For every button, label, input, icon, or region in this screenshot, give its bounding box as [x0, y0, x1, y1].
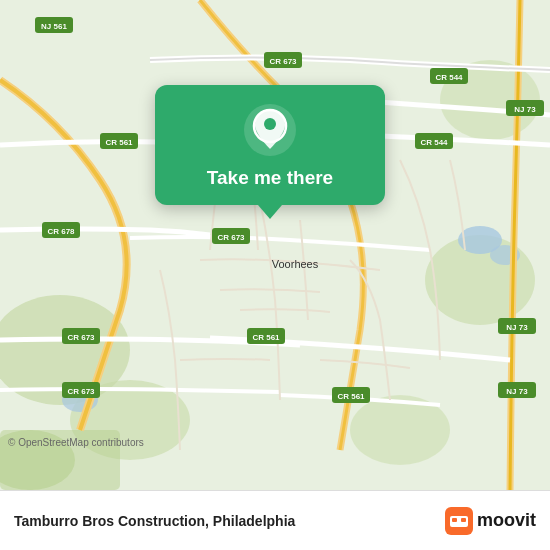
- svg-text:CR 561: CR 561: [252, 333, 280, 342]
- svg-text:CR 673: CR 673: [269, 57, 297, 66]
- place-name: Tamburro Bros Construction, Philadelphia: [14, 513, 445, 529]
- svg-rect-46: [461, 518, 466, 522]
- svg-text:CR 673: CR 673: [67, 333, 95, 342]
- svg-text:NJ 561: NJ 561: [41, 22, 67, 31]
- moovit-logo: moovit: [445, 507, 536, 535]
- svg-text:CR 561: CR 561: [105, 138, 133, 147]
- svg-text:NJ 73: NJ 73: [514, 105, 536, 114]
- svg-text:CR 678: CR 678: [47, 227, 75, 236]
- svg-text:NJ 73: NJ 73: [506, 387, 528, 396]
- map-container: NJ 561 CR 673 CR 544 NJ 73 CR 561 CR 544…: [0, 0, 550, 490]
- bottom-bar: Tamburro Bros Construction, Philadelphia…: [0, 490, 550, 550]
- moovit-icon: [445, 507, 473, 535]
- svg-text:CR 544: CR 544: [420, 138, 448, 147]
- svg-point-48: [462, 527, 466, 531]
- svg-text:CR 673: CR 673: [217, 233, 245, 242]
- moovit-text: moovit: [477, 510, 536, 531]
- take-me-there-button[interactable]: Take me there: [207, 167, 333, 189]
- svg-rect-45: [452, 518, 457, 522]
- map-attribution: © OpenStreetMap contributors: [8, 437, 144, 448]
- svg-text:CR 544: CR 544: [435, 73, 463, 82]
- svg-text:NJ 73: NJ 73: [506, 323, 528, 332]
- svg-point-47: [452, 527, 456, 531]
- svg-text:CR 673: CR 673: [67, 387, 95, 396]
- location-pin-icon: [243, 103, 297, 157]
- svg-text:Voorhees: Voorhees: [272, 258, 319, 270]
- svg-text:CR 561: CR 561: [337, 392, 365, 401]
- take-me-there-popup[interactable]: Take me there: [155, 85, 385, 205]
- svg-point-42: [264, 118, 276, 130]
